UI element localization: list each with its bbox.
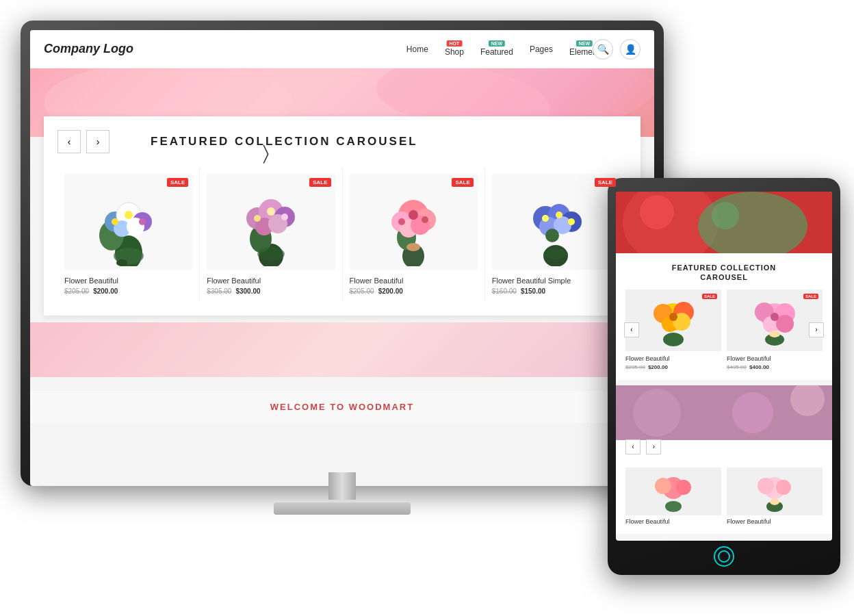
svg-point-25 [257,247,285,261]
user-icon: 👤 [625,44,636,55]
product-prices-1: $205.00 $200.00 [64,287,192,295]
svg-point-74 [676,480,691,495]
product-prices-3: $205.00 $200.00 [350,287,478,295]
tablet-second-hero [616,385,832,440]
user-button[interactable]: 👤 [620,39,640,60]
product-name-1: Flower Beautiful [64,277,192,285]
shop-hot-badge: HOT [447,40,463,47]
svg-point-24 [281,214,288,220]
tablet-bottom-card-2[interactable]: Flower Beautiful [727,467,823,527]
tablet-bottom-products: ‹ › Flower Beautiful [616,440,832,534]
featured-new-badge: NEW [489,40,505,47]
price-old-2: $305.00 [207,287,231,295]
flower-svg-2 [233,177,309,266]
svg-point-65 [771,313,779,321]
nav-shop[interactable]: HOT Shop [445,47,464,57]
nav-pages[interactable]: Pages [530,44,553,54]
welcome-strip: WELCOME TO WOODMART [30,391,654,423]
tablet-products-wrapper: ‹ › SALE [625,290,823,370]
svg-point-52 [712,202,739,229]
svg-point-44 [542,215,549,222]
tablet-product-name-2: Flower Beautiful [727,355,823,362]
svg-point-51 [640,195,674,229]
tablet-bottom-flower-1 [649,469,697,513]
monitor-bezel: Company Logo Home HOT Shop NEW Featured … [21,21,664,486]
svg-point-34 [398,218,405,225]
product-name-2: Flower Beautiful [207,277,335,285]
tablet-bezel: FEATURED COLLECTION CAROUSEL ‹ › SALE [608,178,840,575]
svg-point-73 [655,478,671,494]
carousel-title: FEATURED COLLECTION CAROUSEL [151,135,418,149]
tablet-bottom-name-2: Flower Beautiful [727,518,823,525]
price-new-4: $150.00 [521,287,545,295]
carousel-section: ‹ › 〉 FEATURED COLLECTION CAROUSEL SALE [44,116,640,316]
svg-point-43 [545,229,559,242]
tablet-hero-svg [616,192,832,253]
carousel-nav-buttons: ‹ › [57,130,109,153]
svg-point-59 [663,333,684,346]
tablet-bottom-card-1[interactable]: Flower Beautiful [625,467,721,527]
product-card-4[interactable]: SALE [485,167,627,302]
cursor-hand-icon: 〉 [263,142,269,165]
svg-point-46 [568,218,575,225]
carousel-next-button[interactable]: › [86,130,109,153]
monitor-stand [274,472,411,527]
nav-featured[interactable]: NEW Featured [480,47,513,57]
svg-point-22 [267,207,275,216]
product-card-2[interactable]: SALE [200,167,342,302]
monitor-stand-neck [328,472,356,500]
bottom-hero [30,322,654,377]
svg-point-67 [769,331,780,337]
monitor-screen: Company Logo Home HOT Shop NEW Featured … [30,30,654,486]
svg-point-35 [422,216,428,223]
search-button[interactable]: 🔍 [593,39,613,60]
tablet-price-old-1: $205.00 [625,364,645,370]
product-card-3[interactable]: SALE [343,167,485,302]
site-nav: Home HOT Shop NEW Featured Pages NEW [406,42,599,57]
nav-home[interactable]: Home [406,44,428,54]
site-header-icons: 🔍 👤 [593,39,640,60]
tablet-price-new-2: $400.00 [749,364,769,370]
svg-point-10 [125,211,133,219]
svg-point-75 [665,501,682,512]
svg-point-78 [776,480,791,495]
site-header: Company Logo Home HOT Shop NEW Featured … [30,30,654,68]
tablet-home-button[interactable] [714,546,734,567]
tablet-product-grid: SALE [625,290,823,370]
price-new-3: $200.00 [378,287,403,295]
svg-point-23 [254,215,261,222]
tablet-flower-svg-1 [646,293,701,348]
tablet-sale-badge-1: SALE [702,294,717,299]
tablet-price-new-1: $200.00 [648,364,668,370]
carousel-prev-button[interactable]: ‹ [57,130,81,153]
tablet-bottom-prev-button[interactable]: ‹ [625,439,640,454]
monitor-stand-base [274,502,411,515]
tablet-product-name-1: Flower Beautiful [625,355,721,362]
tablet-prices-2: $405.00 $400.00 [727,364,823,370]
price-new-1: $200.00 [93,287,118,295]
svg-point-11 [112,218,118,225]
price-old-4: $160.00 [492,287,517,295]
tablet-bottom-next-button[interactable]: › [646,439,661,454]
tablet-product-card-1[interactable]: SALE [625,290,721,370]
svg-point-80 [770,498,779,505]
tablet-bottom-grid: Flower Beautiful Flower B [625,467,823,527]
tablet-sale-badge-2: SALE [803,294,818,299]
sale-badge-4: SALE [595,178,616,187]
svg-point-70 [732,392,773,433]
tablet-prev-button[interactable]: ‹ [624,322,639,337]
tablet-next-button[interactable]: › [809,322,824,337]
product-image-1 [64,174,192,270]
sale-badge-2: SALE [309,178,331,187]
tablet-home-button-inner [718,550,730,563]
element-new-badge: NEW [576,40,593,47]
product-card-1[interactable]: SALE [57,167,200,302]
svg-point-12 [139,218,146,225]
svg-point-47 [543,248,568,259]
svg-point-69 [633,389,681,437]
svg-point-58 [669,313,677,321]
product-prices-4: $160.00 $150.00 [492,287,620,295]
tablet-product-card-2[interactable]: SALE [727,290,823,370]
tablet-price-old-2: $405.00 [727,364,747,370]
product-grid: SALE [57,167,627,302]
